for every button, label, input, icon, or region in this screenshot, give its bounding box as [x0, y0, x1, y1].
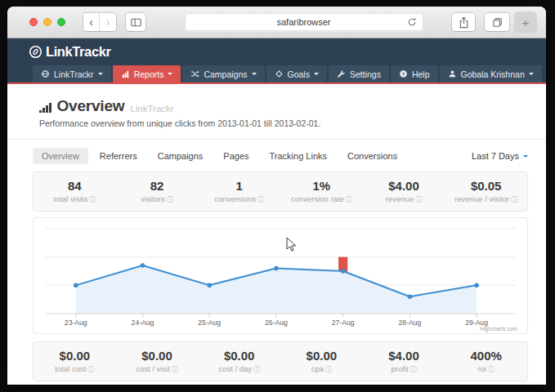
stat-cost-day: $0.00cost / dayⓘ [198, 349, 280, 374]
wrench-icon [337, 69, 346, 78]
stat-value: 84 [34, 179, 116, 193]
app-navbar: LinkTrackr LinkTrackrReportsCampaignsGoa… [7, 38, 546, 84]
stat-label: total visitsⓘ [34, 194, 116, 204]
info-icon[interactable]: ⓘ [87, 366, 94, 373]
chevron-down-icon [314, 73, 319, 78]
stat-label: conversionsⓘ [198, 194, 280, 204]
stat-total-visits: 84total visitsⓘ [34, 179, 116, 204]
forward-button[interactable]: › [100, 13, 116, 31]
data-point[interactable] [408, 294, 413, 299]
x-tick-label: 23-Aug [65, 318, 87, 327]
nav-item-label: Campaigns [204, 69, 247, 79]
stat-label: roiⓘ [445, 364, 527, 374]
nav-item-campaigns[interactable]: Campaigns [182, 65, 264, 82]
stat-revenue-visitor: $0.05revenue / visitorⓘ [445, 179, 527, 204]
info-icon[interactable]: ⓘ [257, 196, 264, 203]
area-fill [76, 265, 477, 314]
brand[interactable]: LinkTrackr [7, 38, 546, 65]
stat-value: $0.00 [280, 349, 363, 363]
reload-icon[interactable] [406, 16, 418, 28]
stat-label: cost / dayⓘ [198, 364, 280, 374]
chevron-down-icon [168, 73, 172, 78]
info-icon[interactable]: ⓘ [415, 196, 422, 203]
zoom-button[interactable] [57, 18, 65, 26]
brand-name: LinkTrackr [46, 44, 110, 60]
nav-item-settings[interactable]: Settings [329, 65, 389, 82]
tab-conversions[interactable]: Conversions [338, 148, 406, 164]
overview-bars-icon [39, 103, 51, 115]
info-icon[interactable]: ⓘ [89, 196, 96, 203]
x-tick-label: 26-Aug [265, 318, 288, 327]
stat-value: $0.05 [445, 179, 527, 193]
stat-label: visitorsⓘ [116, 194, 199, 204]
stat-label: cpaⓘ [280, 364, 363, 374]
info-icon[interactable]: ⓘ [488, 366, 495, 373]
data-point[interactable] [207, 283, 212, 288]
share-button[interactable] [452, 13, 475, 31]
stat-total-cost: $0.00total costⓘ [34, 349, 116, 374]
chart-canvas: 23-Aug24-Aug25-Aug26-Aug27-Aug28-Aug29-A… [34, 218, 527, 333]
tab-overview-button[interactable] [485, 13, 509, 31]
page-subtitle: Performance overview from unique clicks … [39, 118, 528, 128]
user-menu[interactable]: Gobala Krishnan [440, 65, 542, 82]
back-button[interactable]: ‹ [83, 13, 100, 31]
browser-toolbar: ‹ › safaribrowser + [7, 7, 546, 38]
tab-referrers[interactable]: Referrers [91, 148, 146, 164]
page-title: Overview [57, 97, 125, 115]
stat-visitors: 82visitorsⓘ [116, 179, 199, 204]
minimize-button[interactable] [43, 18, 51, 26]
nav-item-help[interactable]: ?Help [391, 65, 438, 82]
nav-item-reports[interactable]: Reports [113, 65, 181, 82]
info-icon[interactable]: ⓘ [346, 196, 352, 203]
nav-item-label: Settings [350, 69, 381, 79]
page-title-suffix: LinkTrackr [130, 104, 173, 115]
stat-label: cost / visitⓘ [116, 364, 199, 374]
chart-credit[interactable]: Highcharts.com [480, 326, 517, 332]
address-bar-text: safaribrowser [276, 17, 330, 27]
page-header: Overview LinkTrackr Performance overview… [39, 97, 528, 128]
data-point[interactable] [74, 283, 78, 288]
info-icon[interactable]: ⓘ [325, 366, 332, 373]
stat-value: $0.00 [116, 349, 199, 363]
date-range-dropdown[interactable]: Last 7 Days [472, 151, 528, 161]
stat-cpa: $0.00cpaⓘ [280, 349, 363, 374]
nav-item-label: Help [412, 69, 430, 79]
person-icon [448, 69, 457, 78]
new-tab-button[interactable]: + [515, 12, 536, 32]
data-point[interactable] [341, 269, 346, 274]
nav-item-goals[interactable]: Goals [266, 65, 327, 82]
address-bar[interactable]: safaribrowser [185, 13, 423, 31]
info-icon[interactable]: ⓘ [511, 196, 517, 203]
data-point[interactable] [474, 283, 479, 288]
info-icon[interactable]: ⓘ [410, 366, 417, 373]
tab-pages[interactable]: Pages [214, 148, 257, 164]
stat-label: conversion rateⓘ [280, 194, 363, 204]
main-menu: LinkTrackrReportsCampaignsGoalsSettings?… [7, 65, 546, 82]
close-button[interactable] [29, 18, 38, 26]
svg-text:?: ? [402, 71, 405, 77]
stats-panel-top: 84total visitsⓘ82visitorsⓘ1conversionsⓘ1… [33, 172, 528, 212]
chevron-down-icon [252, 73, 257, 78]
data-point[interactable] [274, 266, 279, 271]
stat-roi: 400%roiⓘ [445, 349, 527, 374]
x-tick-label: 24-Aug [132, 318, 154, 327]
report-tabs: OverviewReferrersCampaignsPagesTracking … [33, 148, 528, 164]
stat-label: revenue / visitorⓘ [445, 194, 527, 204]
nav-item-label: LinkTrackr [54, 69, 94, 79]
chevron-right-icon: › [106, 16, 110, 28]
tab-overview[interactable]: Overview [33, 148, 88, 164]
data-point[interactable] [141, 263, 145, 268]
info-icon[interactable]: ⓘ [172, 366, 178, 373]
info-icon[interactable]: ⓘ [253, 366, 260, 373]
date-range-label: Last 7 Days [472, 151, 519, 161]
info-icon[interactable]: ⓘ [167, 196, 173, 203]
stat-revenue: $4.00revenueⓘ [363, 179, 445, 204]
tab-overview-icon [491, 16, 504, 29]
bar-chart-icon [121, 69, 130, 78]
sidebar-toggle-button[interactable] [126, 13, 145, 31]
nav-item-linktrackr[interactable]: LinkTrackr [33, 65, 111, 82]
globe-icon [41, 69, 50, 78]
chevron-down-icon [98, 73, 103, 78]
tab-campaigns[interactable]: Campaigns [149, 148, 213, 164]
tab-tracking-links[interactable]: Tracking Links [261, 148, 337, 164]
